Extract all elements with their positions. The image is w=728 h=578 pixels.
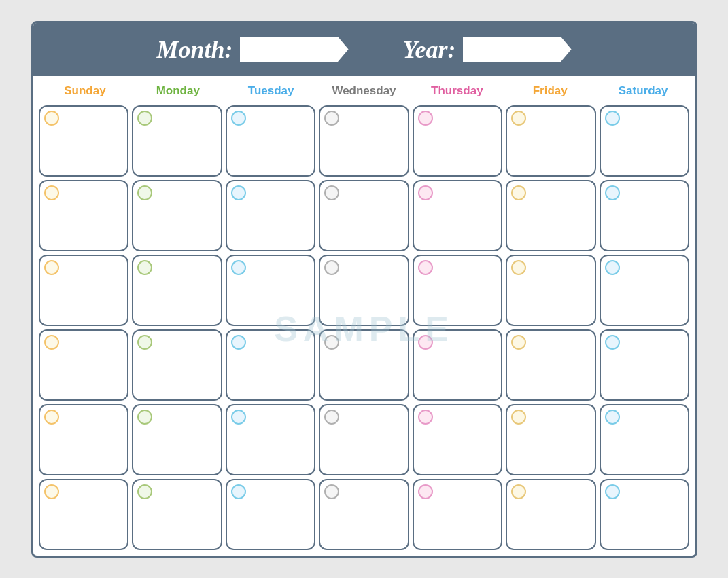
day-thursday: Thursday [411, 82, 504, 101]
day-number-circle [605, 111, 620, 126]
day-friday: Friday [504, 82, 597, 101]
calendar-day-cell[interactable] [319, 329, 409, 401]
day-number-circle [418, 484, 433, 499]
calendar-day-cell[interactable] [226, 329, 316, 401]
calendar-day-cell[interactable] [319, 105, 409, 177]
day-number-circle [44, 185, 59, 200]
day-number-circle [418, 410, 433, 425]
day-number-circle [324, 410, 339, 425]
day-number-circle [324, 111, 339, 126]
day-number-circle [605, 185, 620, 200]
day-number-circle [44, 111, 59, 126]
calendar-day-cell[interactable] [39, 329, 129, 401]
day-number-circle [605, 410, 620, 425]
calendar-day-cell[interactable] [39, 105, 129, 177]
calendar-day-cell[interactable] [506, 255, 596, 326]
month-section: Month: [156, 35, 348, 64]
calendar-day-cell[interactable] [132, 329, 222, 401]
calendar-day-cell[interactable] [506, 329, 596, 401]
day-number-circle [511, 484, 526, 499]
day-number-circle [137, 111, 152, 126]
calendar-day-cell[interactable] [39, 180, 129, 251]
day-number-circle [231, 185, 246, 200]
year-banner [463, 37, 572, 62]
day-number-circle [324, 484, 339, 499]
day-number-circle [137, 185, 152, 200]
year-section: Year: [403, 35, 572, 64]
calendar-day-cell[interactable] [226, 180, 316, 251]
calendar-day-cell[interactable] [413, 180, 503, 251]
calendar-day-cell[interactable] [226, 105, 316, 177]
calendar-day-cell[interactable] [413, 479, 503, 550]
day-number-circle [511, 185, 526, 200]
day-number-circle [231, 484, 246, 499]
day-number-circle [137, 335, 152, 350]
calendar-day-cell[interactable] [132, 105, 222, 177]
day-number-circle [44, 260, 59, 275]
day-monday: Monday [131, 82, 224, 101]
day-number-circle [511, 410, 526, 425]
day-number-circle [324, 260, 339, 275]
calendar-day-cell[interactable] [39, 404, 129, 475]
calendar-day-cell[interactable] [132, 479, 222, 550]
day-number-circle [511, 260, 526, 275]
calendar-grid-container: SAMPLE [33, 102, 695, 556]
calendar-day-cell[interactable] [132, 404, 222, 475]
calendar-day-cell[interactable] [413, 404, 503, 475]
calendar-day-cell[interactable] [506, 479, 596, 550]
day-number-circle [418, 111, 433, 126]
day-number-circle [137, 484, 152, 499]
calendar-day-cell[interactable] [600, 329, 690, 401]
day-number-circle [44, 484, 59, 499]
days-header: Sunday Monday Tuesday Wednesday Thursday… [33, 76, 695, 102]
day-number-circle [605, 260, 620, 275]
calendar-day-cell[interactable] [600, 479, 690, 550]
calendar-day-cell[interactable] [39, 479, 129, 550]
calendar-day-cell[interactable] [600, 180, 690, 251]
calendar-day-cell[interactable] [319, 479, 409, 550]
calendar-day-cell[interactable] [506, 404, 596, 475]
day-number-circle [418, 185, 433, 200]
calendar-day-cell[interactable] [132, 180, 222, 251]
day-number-circle [231, 335, 246, 350]
month-banner [240, 37, 349, 62]
calendar-day-cell[interactable] [506, 105, 596, 177]
calendar-header: Month: Year: [33, 23, 695, 76]
calendar-day-cell[interactable] [413, 329, 503, 401]
day-number-circle [44, 335, 59, 350]
day-number-circle [324, 185, 339, 200]
day-number-circle [44, 410, 59, 425]
calendar-day-cell[interactable] [413, 255, 503, 326]
day-number-circle [418, 335, 433, 350]
day-number-circle [605, 484, 620, 499]
calendar-day-cell[interactable] [413, 105, 503, 177]
calendar-grid [33, 102, 695, 556]
calendar-day-cell[interactable] [600, 404, 690, 475]
calendar-day-cell[interactable] [319, 404, 409, 475]
day-number-circle [511, 335, 526, 350]
day-wednesday: Wednesday [317, 82, 411, 101]
day-number-circle [231, 111, 246, 126]
calendar-day-cell[interactable] [600, 105, 690, 177]
calendar-day-cell[interactable] [506, 180, 596, 251]
calendar-day-cell[interactable] [319, 255, 409, 326]
day-number-circle [231, 410, 246, 425]
day-number-circle [231, 260, 246, 275]
calendar-day-cell[interactable] [39, 255, 129, 326]
day-number-circle [137, 260, 152, 275]
day-number-circle [511, 111, 526, 126]
calendar-day-cell[interactable] [319, 180, 409, 251]
day-number-circle [137, 410, 152, 425]
day-number-circle [324, 335, 339, 350]
calendar-day-cell[interactable] [600, 255, 690, 326]
day-number-circle [605, 335, 620, 350]
day-number-circle [418, 260, 433, 275]
calendar-day-cell[interactable] [226, 404, 316, 475]
day-saturday: Saturday [597, 82, 690, 101]
day-tuesday: Tuesday [224, 82, 317, 101]
day-sunday: Sunday [39, 82, 132, 101]
calendar-day-cell[interactable] [226, 255, 316, 326]
calendar-day-cell[interactable] [132, 255, 222, 326]
calendar-day-cell[interactable] [226, 479, 316, 550]
year-label: Year: [403, 35, 456, 64]
